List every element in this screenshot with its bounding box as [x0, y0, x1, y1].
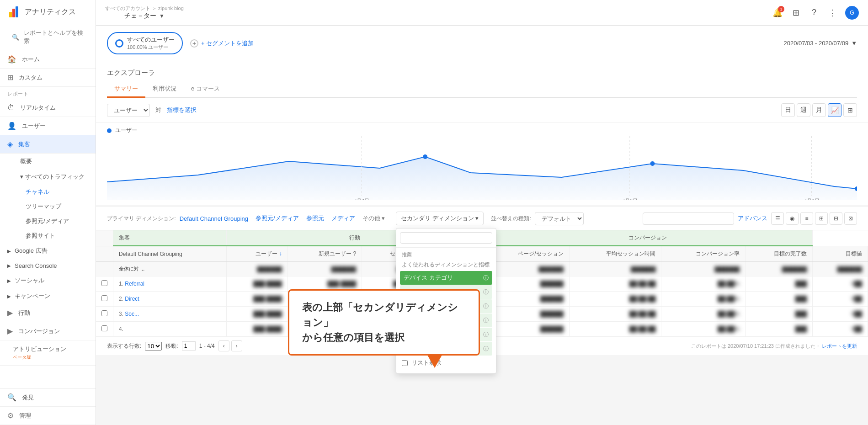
view-line-chart-button[interactable]: 📈: [828, 103, 841, 117]
sidebar-item-acquisition[interactable]: ◈ 集客: [0, 135, 96, 154]
primary-dim-value[interactable]: Default Channel Grouping: [180, 215, 248, 222]
sidebar-social[interactable]: ▶ ソーシャル: [0, 273, 96, 288]
sidebar-sub-referral[interactable]: 参照サイト: [0, 228, 96, 243]
pie-icon[interactable]: ◉: [786, 212, 799, 225]
avatar[interactable]: G: [845, 6, 859, 20]
metric1-select[interactable]: ユーザー: [107, 104, 150, 117]
metric2-select[interactable]: 指標を選択: [167, 106, 197, 114]
columns-icon[interactable]: ⊠: [844, 212, 857, 225]
sort-users-icon[interactable]: ↓: [279, 250, 282, 257]
add-segment-button[interactable]: + + セグメントを追加: [190, 39, 254, 48]
sidebar-item-conversion[interactable]: ▶ コンバージョン: [0, 322, 96, 340]
sidebar-sub-channels[interactable]: チャネル: [0, 185, 96, 199]
tab-ecommerce[interactable]: e コマース: [184, 81, 227, 98]
acquisition-icon: ◈: [7, 140, 13, 149]
col-acquisition-group: 集客: [113, 230, 227, 246]
row3-checkbox[interactable]: [101, 310, 107, 316]
refresh-link[interactable]: レポートを更新: [822, 343, 857, 349]
col-users[interactable]: ユーザー ↓: [227, 246, 288, 262]
sidebar-item-discover[interactable]: 🔍 発見: [0, 388, 96, 407]
home-icon: 🏠: [7, 55, 16, 64]
tab-summary[interactable]: サマリー: [107, 81, 145, 98]
row1-link[interactable]: Referral: [125, 281, 144, 287]
table-search-input[interactable]: [643, 212, 734, 225]
view-day-button[interactable]: 日: [781, 103, 795, 117]
next-page-button[interactable]: ›: [231, 340, 242, 351]
prev-page-button[interactable]: ‹: [218, 340, 229, 351]
summary-new-users: ███████: [288, 262, 362, 276]
breadcrumb-dropdown-icon[interactable]: ▼: [159, 13, 165, 19]
explorer-section: エクスプローラ サマリー 利用状況 e コマース: [96, 61, 868, 98]
sidebar-sub-overview[interactable]: 概要: [0, 154, 96, 169]
col-default-channel[interactable]: Default Channel Grouping: [113, 246, 227, 262]
col-new-users[interactable]: 新規ユーザー ?: [288, 246, 362, 262]
dropdown-search-input[interactable]: [400, 232, 492, 244]
help-button[interactable]: ?: [809, 7, 820, 18]
sidebar-item-realtime[interactable]: ⏱ リアルタイム: [0, 99, 96, 117]
sidebar-sub-all-traffic[interactable]: ▾すべてのトラフィック: [0, 169, 96, 185]
svg-text:7月8日: 7月8日: [622, 198, 638, 200]
secondary-dim-button[interactable]: セカンダリ ディメンション ▾: [396, 212, 484, 225]
col-checkbox: [96, 230, 113, 246]
page-input[interactable]: [182, 341, 196, 351]
advance-button[interactable]: アドバンス: [738, 214, 767, 223]
chart-controls: ユーザー 対 指標を選択 日 週 月 📈 ⊞: [96, 98, 868, 123]
segment-all-users[interactable]: すべてのユーザー 100.00% ユーザー: [107, 32, 183, 54]
sidebar-item-attribution[interactable]: アトリビューション ベータ版: [0, 340, 96, 366]
pivot-icon[interactable]: ⊞: [815, 212, 828, 225]
col-goal-complete[interactable]: 目標の完了数: [746, 246, 813, 262]
view-month-button[interactable]: 月: [812, 103, 826, 117]
row2-link[interactable]: Direct: [125, 296, 139, 302]
dim-link-source[interactable]: 参照元: [306, 214, 324, 223]
dropdown-item-device-cat[interactable]: デバイス カテゴリ ⓘ: [400, 271, 492, 285]
notification-badge: 1: [778, 6, 784, 12]
view-grid-button[interactable]: ⊞: [843, 103, 857, 117]
col-conv-rate[interactable]: コンバージョン率: [661, 246, 746, 262]
svg-rect-0: [9, 12, 12, 17]
svg-point-4: [423, 154, 427, 159]
view-week-button[interactable]: 週: [797, 103, 810, 117]
col-conversion-group: コンバージョン: [483, 230, 813, 246]
dim-link-source-medium[interactable]: 参照元/メディア: [256, 214, 299, 223]
sort-select[interactable]: デフォルト: [535, 212, 584, 225]
callout-text: 表の上部「セカンダリディメンション」 から任意の項目を選択: [302, 300, 466, 345]
summary-avg-session: ███████: [569, 262, 661, 276]
col-select-all: [96, 246, 113, 262]
dim-link-medium[interactable]: メディア: [331, 214, 355, 223]
row1-checkbox[interactable]: [101, 280, 107, 286]
grid-button[interactable]: ⊞: [790, 7, 801, 18]
row2-checkbox[interactable]: [101, 295, 107, 301]
sidebar-header: アナリティクス: [0, 0, 96, 24]
col-avg-session[interactable]: 平均セッション時間: [569, 246, 661, 262]
sidebar-campaign[interactable]: ▶ キャンペーン: [0, 288, 96, 304]
info-icon-2: ⓘ: [483, 288, 489, 296]
notification-button[interactable]: 🔔 1: [772, 7, 783, 18]
sidebar-item-home[interactable]: 🏠 ホーム: [0, 50, 96, 69]
sidebar-search[interactable]: 🔍 レポートとヘルプを検索: [0, 24, 96, 50]
sidebar-item-users[interactable]: 👤 ユーザー: [0, 117, 96, 135]
sort-label: 並べ替えの種類:: [491, 215, 531, 223]
line-chart: 7月4日 7月8日 7月9日: [107, 136, 857, 200]
table-icon[interactable]: ☰: [771, 212, 784, 225]
svg-marker-3: [107, 157, 857, 200]
sidebar-item-custom[interactable]: ⊞ カスタム: [0, 69, 96, 87]
row4-checkbox[interactable]: [101, 325, 107, 331]
dim-link-other[interactable]: その他 ▾: [362, 214, 385, 223]
sidebar-google-ads[interactable]: ▶ Google 広告: [0, 243, 96, 259]
col-goal-value[interactable]: 目標値: [813, 246, 868, 262]
custom-icon: ⊞: [7, 73, 13, 82]
sidebar-sub-source-medium[interactable]: 参照元/メディア: [0, 214, 96, 228]
sidebar-search-console[interactable]: ▶ Search Console: [0, 259, 96, 273]
bar-icon[interactable]: ≡: [800, 212, 813, 225]
tab-usage[interactable]: 利用状況: [145, 81, 184, 98]
row3-link[interactable]: Soc...: [125, 311, 139, 317]
list-display-checkbox[interactable]: [402, 360, 408, 366]
filter-icon[interactable]: ⊟: [830, 212, 842, 225]
sidebar-item-admin[interactable]: ⚙ 管理: [0, 407, 96, 425]
sidebar-item-behavior[interactable]: ▶ 行動: [0, 304, 96, 322]
rows-select[interactable]: 10: [145, 342, 162, 351]
date-range[interactable]: 2020/07/03 - 2020/07/09 ▼: [783, 40, 857, 47]
sidebar-sub-treemap[interactable]: ツリーマップ: [0, 199, 96, 214]
more-button[interactable]: ⋮: [827, 7, 838, 18]
summary-goal-value: ███████: [813, 262, 868, 276]
